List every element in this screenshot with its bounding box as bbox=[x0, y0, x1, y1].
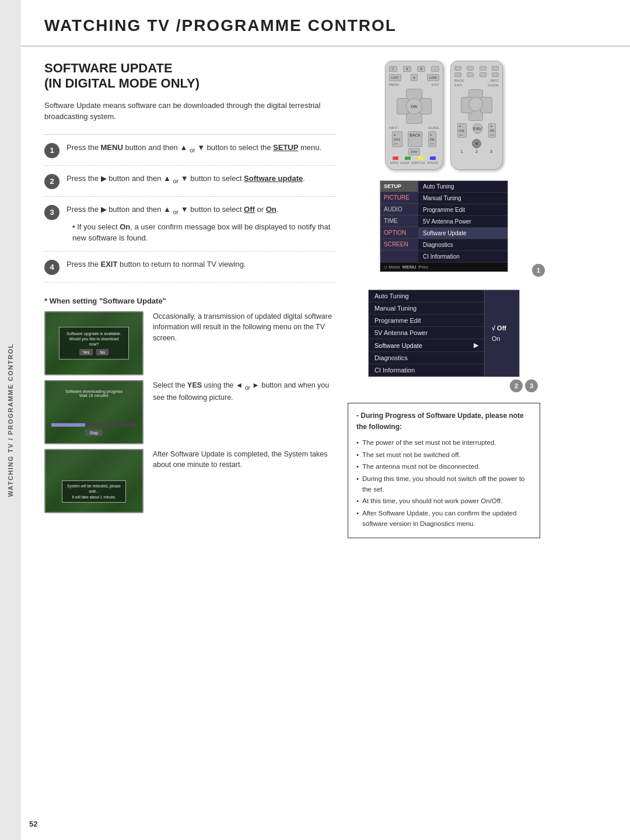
back-btn: BACK bbox=[408, 131, 422, 147]
guide-label: GUIDE bbox=[428, 126, 439, 130]
remotes-row: 7 8 9 · LIST 0 LIVE MENU EXIT bbox=[348, 61, 540, 170]
submenu-screen: Auto Tuning Manual Tuning Programme Edit… bbox=[368, 290, 520, 377]
side-label: WATCHING TV / PROGRAMME CONTROL bbox=[0, 0, 21, 840]
submenu-prog-edit: Programme Edit bbox=[369, 315, 484, 327]
remote-btn-8: 8 bbox=[403, 66, 411, 72]
remote-0-btn: 0 bbox=[411, 74, 417, 81]
screenshot-caption-1: Occasionally, a transmission of updated … bbox=[153, 311, 336, 344]
bullet-6: After Software Update, you can confirm t… bbox=[356, 508, 531, 529]
screenshot-caption-2: Select the YES using the ◄ or ► button a… bbox=[153, 380, 336, 403]
fav-btn-2: FAV bbox=[473, 123, 483, 134]
progress-box-title: - During Progress of Software Update, pl… bbox=[356, 410, 531, 433]
r2-btn4 bbox=[492, 66, 499, 71]
dpad-ok[interactable]: OK bbox=[406, 98, 422, 114]
r2-btn3 bbox=[480, 66, 487, 71]
step-badge-3: 3 bbox=[525, 379, 538, 392]
right-column: 7 8 9 · LIST 0 LIVE MENU EXIT bbox=[348, 61, 540, 538]
remote-btn-9: 9 bbox=[417, 66, 425, 72]
progress-bullets: The power of the set must not be interru… bbox=[356, 437, 531, 529]
remote-dpad: OK bbox=[397, 89, 432, 124]
screenshot-row-1: Software upgrade is available.Would you … bbox=[44, 311, 336, 375]
fav-btn: FAV bbox=[408, 148, 421, 155]
vol-label: +VOL— bbox=[392, 131, 402, 147]
progress-box: - During Progress of Software Update, pl… bbox=[348, 403, 540, 538]
menu-right-col: Auto Tuning Manual Tuning Programme Edit… bbox=[418, 181, 508, 263]
submenu-5v: 5V Antenna Power bbox=[369, 327, 484, 339]
menu-sw-update: Software Update bbox=[418, 228, 508, 239]
r2-btn5 bbox=[454, 72, 461, 77]
r2-pr: +PR— bbox=[488, 123, 496, 138]
step-3-number: 3 bbox=[44, 205, 60, 220]
menu-time: TIME bbox=[380, 215, 418, 227]
exit-label-2: EXIT bbox=[454, 83, 462, 87]
remote-menu-label: MENU bbox=[389, 83, 400, 86]
tv-wait-dialog: System will be rebooted, please wait...I… bbox=[62, 480, 126, 502]
remote2-dpad bbox=[461, 89, 492, 121]
r2-1: 1 bbox=[461, 149, 463, 154]
bullet-4: During this time, you should not switch … bbox=[356, 473, 531, 495]
remote-list-btn: LIST bbox=[389, 74, 401, 81]
menu-screen-container: SETUP PICTURE AUDIO TIME OPTION SCREEN A… bbox=[348, 180, 540, 272]
submenu-off: √ Off bbox=[485, 323, 519, 333]
remote-2: BACK INFO EXIT GUIDE bbox=[450, 61, 503, 170]
menu-option: OPTION bbox=[380, 227, 418, 239]
submenu-sub-panel: √ Off On bbox=[484, 290, 519, 377]
r2-vol: +VOL— bbox=[457, 123, 467, 138]
color-btn-blue bbox=[430, 156, 436, 160]
guide-label-2: GUIDE bbox=[488, 83, 499, 87]
remote-1: 7 8 9 · LIST 0 LIVE MENU EXIT bbox=[385, 61, 443, 170]
step-1-text: Press the MENU button and then ▲ or ▼ bu… bbox=[66, 142, 321, 155]
menu-left-col: SETUP PICTURE AUDIO TIME OPTION SCREEN bbox=[380, 181, 418, 263]
step-1-number: 1 bbox=[44, 143, 60, 158]
submenu-auto-tuning: Auto Tuning bbox=[369, 290, 484, 302]
page-header: WATCHING TV /PROGRAMME CONTROL bbox=[21, 0, 630, 47]
step-badges-23: 2 3 bbox=[348, 379, 540, 392]
section-description: Software Update means software can be do… bbox=[44, 100, 336, 123]
menu-audio: AUDIO bbox=[380, 204, 418, 215]
submenu-sw-update: Software Update ▶ bbox=[369, 339, 484, 352]
bullet-1: The power of the set must not be interru… bbox=[356, 437, 531, 448]
menu-ci: CI Information bbox=[418, 251, 508, 263]
menu-5v: 5V Antenna Power bbox=[418, 216, 508, 228]
r2-dpad-ok[interactable] bbox=[468, 97, 483, 111]
tv-thumb-2: Software downloading progressWait 18 min… bbox=[44, 380, 144, 444]
menu-manual-tuning: Manual Tuning bbox=[418, 193, 508, 204]
step-2: 2 Press the ▶ button and then ▲ or ▼ but… bbox=[44, 166, 336, 197]
remote-btn-7: 7 bbox=[389, 66, 397, 72]
step-3-text: Press the ▶ button and then ▲ or ▼ butto… bbox=[66, 204, 336, 244]
remote-live-btn: LIVE bbox=[427, 74, 439, 81]
submenu-diagnostics: Diagnostics bbox=[369, 352, 484, 364]
step-2-text: Press the ▶ button and then ▲ or ▼ butto… bbox=[66, 173, 305, 186]
yes-btn-thumb: Yes bbox=[79, 349, 93, 355]
r2-btn7 bbox=[480, 72, 487, 77]
pr-label: +PR— bbox=[428, 131, 436, 147]
step-4-text: Press the EXIT button to return to norma… bbox=[66, 259, 246, 270]
left-column: SOFTWARE UPDATE (IN DIGITAL MODE ONLY) S… bbox=[44, 61, 336, 538]
bullet-5: At this time, you should not work power … bbox=[356, 496, 531, 506]
r2-btn8 bbox=[492, 72, 499, 77]
info-label-2: INFO bbox=[491, 79, 499, 82]
step-3: 3 Press the ▶ button and then ▲ or ▼ but… bbox=[44, 197, 336, 252]
r2-btn2 bbox=[467, 66, 474, 71]
submenu-screen-container: Auto Tuning Manual Tuning Programme Edit… bbox=[348, 290, 540, 392]
section-title: SOFTWARE UPDATE (IN DIGITAL MODE ONLY) bbox=[44, 61, 336, 92]
submenu-ci: CI Information bbox=[369, 364, 484, 377]
color-btn-yellow bbox=[418, 156, 424, 160]
tv-thumb-1: Software upgrade is available.Would you … bbox=[44, 311, 144, 375]
menu-picture: PICTURE bbox=[380, 192, 418, 204]
submenu-on: On bbox=[485, 333, 519, 344]
color-btn-green bbox=[405, 156, 411, 160]
remote-btn-dot: · bbox=[431, 66, 439, 72]
when-setting-section: * When setting "Software Update" Softwar… bbox=[44, 297, 336, 513]
info-label: INFO bbox=[389, 126, 397, 130]
screenshot-row-3: System will be rebooted, please wait...I… bbox=[44, 449, 336, 513]
step-1: 1 Press the MENU button and then ▲ or ▼ … bbox=[44, 135, 336, 166]
no-btn-thumb: No bbox=[96, 349, 108, 355]
page-title: WATCHING TV /PROGRAMME CONTROL bbox=[44, 16, 607, 35]
mute-btn: ✕ bbox=[472, 139, 481, 148]
r2-2: 2 bbox=[475, 149, 478, 154]
tv-dialog-1: Software upgrade is available.Would you … bbox=[59, 326, 129, 359]
menu-auto-tuning: Auto Tuning bbox=[418, 181, 508, 193]
menu-diagnostics: Diagnostics bbox=[418, 239, 508, 251]
tv-screenshots: Software upgrade is available.Would you … bbox=[44, 311, 336, 513]
